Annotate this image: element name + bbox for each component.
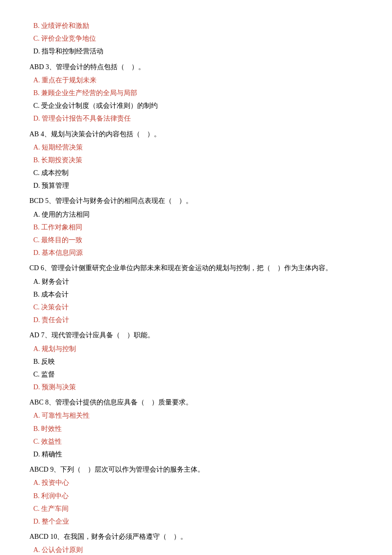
q7-option-b: B. 反映: [33, 355, 363, 368]
q3-option-b: B. 兼顾企业生产经营的全局与局部: [33, 87, 363, 99]
question-5: BCD 5、管理会计与财务会计的相同点表现在（ ）。 A. 使用的方法相同 B.…: [29, 195, 363, 259]
q5-option-d: D. 基本信息同源: [33, 247, 363, 259]
question-9-header: ABCD 9、下列（ ）层次可以作为管理会计的服务主体。: [29, 463, 363, 476]
question-7-header: AD 7、现代管理会计应具备（ ）职能。: [29, 329, 363, 341]
q5-option-a: A. 使用的方法相同: [33, 208, 363, 221]
question-9: ABCD 9、下列（ ）层次可以作为管理会计的服务主体。 A. 投资中心 B. …: [29, 463, 363, 528]
q5-option-b: B. 工作对象相同: [33, 221, 363, 233]
q6-option-c: C. 决策会计: [33, 301, 363, 313]
q9-option-d: D. 整个企业: [33, 515, 363, 528]
question-6: CD 6、管理会计侧重研究企业单位内部未来和现在资金运动的规划与控制，把（ ）作…: [29, 262, 363, 326]
question-8-header: ABC 8、管理会计提供的信息应具备（ ）质量要求。: [29, 396, 363, 408]
content-container: B. 业绩评价和激励 C. 评价企业竞争地位 D. 指导和控制经营活动 ABD …: [29, 20, 363, 555]
q3-option-a: A. 重点在于规划未来: [33, 74, 363, 86]
q10-option-a: A. 公认会计原则: [33, 544, 363, 555]
q6-option-d: D. 责任会计: [33, 314, 363, 326]
q3-option-c: C. 受企业会计制度（或会计准则）的制约: [33, 100, 363, 112]
q8-option-c: C. 效益性: [33, 435, 363, 448]
question-7: AD 7、现代管理会计应具备（ ）职能。 A. 规划与控制 B. 反映 C. 监…: [29, 329, 363, 393]
question-3: ABD 3、管理会计的特点包括（ ）。 A. 重点在于规划未来 B. 兼顾企业生…: [29, 61, 363, 125]
question-8: ABC 8、管理会计提供的信息应具备（ ）质量要求。 A. 可靠性与相关性 B.…: [29, 396, 363, 460]
q4-option-a: A. 短期经营决策: [33, 141, 363, 153]
q4-option-b: B. 长期投资决策: [33, 154, 363, 166]
q7-option-a: A. 规划与控制: [33, 343, 363, 355]
q4-option-d: D. 预算管理: [33, 179, 363, 192]
q6-option-b: B. 成本会计: [33, 288, 363, 301]
question-10: ABCD 10、在我国，财务会计必须严格遵守（ ）。 A. 公认会计原则 B. …: [29, 530, 363, 555]
question-4: AB 4、规划与决策会计的内容包括（ ）。 A. 短期经营决策 B. 长期投资决…: [29, 128, 363, 192]
prev-question-tail: B. 业绩评价和激励 C. 评价企业竞争地位 D. 指导和控制经营活动: [29, 20, 363, 58]
question-3-header: ABD 3、管理会计的特点包括（ ）。: [29, 61, 363, 73]
question-5-header: BCD 5、管理会计与财务会计的相同点表现在（ ）。: [29, 195, 363, 207]
question-4-header: AB 4、规划与决策会计的内容包括（ ）。: [29, 128, 363, 140]
q9-option-b: B. 利润中心: [33, 490, 363, 502]
q9-option-c: C. 生产车间: [33, 503, 363, 515]
q3-option-d: D. 管理会计报告不具备法律责任: [33, 112, 363, 125]
option-prev-c: C. 评价企业竞争地位: [33, 32, 363, 45]
q5-option-c: C. 最终目的一致: [33, 234, 363, 246]
q4-option-c: C. 成本控制: [33, 167, 363, 179]
q9-option-a: A. 投资中心: [33, 477, 363, 489]
q6-option-a: A. 财务会计: [33, 276, 363, 288]
option-prev-d: D. 指导和控制经营活动: [33, 45, 363, 57]
q8-option-b: B. 时效性: [33, 423, 363, 435]
q8-option-a: A. 可靠性与相关性: [33, 409, 363, 422]
q7-option-d: D. 预测与决策: [33, 381, 363, 393]
q8-option-d: D. 精确性: [33, 448, 363, 460]
question-10-header: ABCD 10、在我国，财务会计必须严格遵守（ ）。: [29, 530, 363, 543]
question-6-header: CD 6、管理会计侧重研究企业单位内部未来和现在资金运动的规划与控制，把（ ）作…: [29, 262, 363, 274]
option-prev-b: B. 业绩评价和激励: [33, 20, 363, 32]
q7-option-c: C. 监督: [33, 368, 363, 380]
